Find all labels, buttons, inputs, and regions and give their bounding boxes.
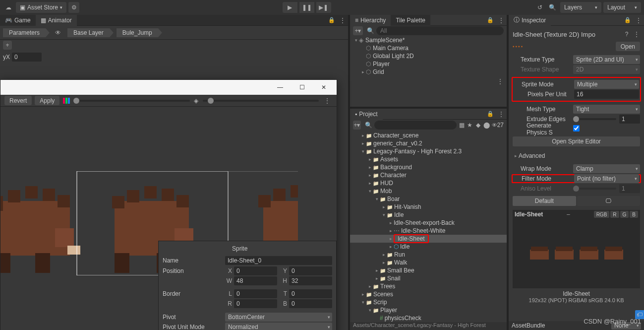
minimize-button[interactable]: — — [269, 80, 291, 94]
border-b-input[interactable] — [289, 299, 332, 308]
lock-icon[interactable]: 🔒 — [326, 15, 337, 26]
pivot-mode-dropdown[interactable]: Normalized — [225, 323, 332, 330]
hierarchy-item[interactable]: ▾◈SampleScene* — [350, 36, 507, 44]
g-tab[interactable]: G — [620, 211, 629, 218]
hidden-count[interactable]: 👁27 — [492, 120, 504, 131]
pause-button[interactable]: ❚❚ — [299, 2, 314, 13]
project-item[interactable]: ▸generic_char_v0.2 — [350, 139, 507, 147]
r-tab[interactable]: R — [610, 211, 619, 218]
open-button[interactable]: Open — [616, 42, 640, 51]
panel-menu-icon[interactable]: ⋮ — [633, 15, 644, 26]
border-r-input[interactable] — [234, 299, 277, 308]
breadcrumb-base-layer[interactable]: Base Layer — [67, 28, 110, 37]
project-item[interactable]: ▾Idle — [350, 211, 507, 219]
pos-y-input[interactable] — [289, 266, 332, 275]
project-item[interactable]: ▾Scrip — [350, 298, 507, 306]
lock-icon[interactable]: 🔒 — [485, 15, 496, 26]
undo-history-icon[interactable]: ↺ — [534, 2, 545, 13]
tab-inspector[interactable]: ⓘInspector — [509, 15, 551, 26]
extrude-slider[interactable] — [573, 118, 616, 120]
platform-standalone-tab[interactable]: 🖵 — [577, 196, 641, 206]
panel-menu-icon[interactable]: ⋮ — [322, 95, 333, 106]
preview-handle-icon[interactable]: ─ — [567, 212, 570, 217]
add-parameter-button[interactable]: + — [3, 41, 12, 50]
project-item[interactable]: ▸Assets — [350, 155, 507, 163]
gen-phys-checkbox[interactable] — [573, 125, 580, 132]
mesh-type-dropdown[interactable]: Tight — [573, 105, 640, 114]
panel-menu-icon[interactable]: ⋮ — [496, 15, 507, 26]
project-item[interactable]: ▾Legacy-Fantasy - High Forest 2.3 — [350, 147, 507, 155]
extrude-input[interactable] — [619, 115, 640, 124]
project-item[interactable]: #physicsCheck — [350, 314, 507, 322]
save-search-icon[interactable]: ◆ — [475, 120, 481, 131]
ppu-input[interactable] — [574, 90, 639, 99]
alpha-slider[interactable] — [73, 100, 189, 102]
hierarchy-row-menu-icon[interactable]: ⋮ — [497, 76, 504, 87]
project-item[interactable]: ▸Scenes — [350, 290, 507, 298]
project-item[interactable]: ▸Character — [350, 171, 507, 179]
project-item[interactable]: ▸⋯Idle-Sheet-White — [350, 227, 507, 235]
tab-hierarchy[interactable]: ≡Hierarchy — [350, 15, 391, 26]
project-item[interactable]: ▸Snail — [350, 274, 507, 282]
lock-icon[interactable]: 🔒 — [622, 15, 633, 26]
platform-default-tab[interactable]: Default — [513, 196, 576, 206]
layout-dropdown[interactable]: Layout▾ — [603, 2, 641, 13]
zoom-slider[interactable] — [203, 100, 319, 102]
search-by-type-icon[interactable]: ▦ — [459, 120, 465, 131]
project-item[interactable]: ▸Walk — [350, 259, 507, 266]
project-item[interactable]: ▸HUD — [350, 179, 507, 187]
project-item[interactable]: ▸Idle-Sheet-export-Back — [350, 219, 507, 227]
rgb-icon[interactable] — [62, 95, 70, 106]
maximize-button[interactable]: ☐ — [291, 80, 313, 94]
wrap-dropdown[interactable]: Clamp — [573, 164, 640, 173]
tab-tile-palette[interactable]: Tile Palette — [391, 15, 430, 26]
settings-icon[interactable]: ⚙ — [68, 2, 79, 13]
breadcrumb-parameters[interactable]: Parameters — [3, 28, 46, 37]
focus-icon[interactable]: ◈ — [193, 95, 200, 106]
help-icon[interactable]: ? — [623, 29, 630, 40]
param-y-input[interactable] — [12, 53, 42, 62]
project-item[interactable]: ▸Trees — [350, 282, 507, 290]
hierarchy-search-input[interactable] — [376, 26, 504, 35]
panel-menu-icon[interactable]: ⋮ — [337, 15, 348, 26]
pos-h-input[interactable] — [289, 276, 332, 285]
project-item[interactable]: ▸Hit-Vanish — [350, 203, 507, 211]
search-by-label-icon[interactable]: ★ — [467, 120, 473, 131]
tab-game[interactable]: 🎮Game — [0, 15, 36, 26]
open-sprite-editor-button[interactable]: Open Sprite Editor — [513, 136, 640, 146]
project-item[interactable]: ▸Run — [350, 251, 507, 259]
foldout-caret-icon[interactable]: ▸ — [513, 153, 519, 158]
error-icon[interactable]: ⬤ — [483, 120, 490, 131]
texture-type-dropdown[interactable]: Sprite (2D and UI) — [573, 55, 640, 64]
project-item[interactable]: ▸Idle-Sheet — [350, 235, 507, 243]
close-button[interactable]: ✕ — [313, 80, 335, 94]
project-item[interactable]: ▾Boar — [350, 195, 507, 203]
sprite-mode-dropdown[interactable]: Multiple — [574, 80, 639, 89]
filter-dropdown[interactable]: Point (no filter) — [574, 174, 639, 183]
revert-button[interactable]: Revert — [4, 96, 32, 105]
eye-icon[interactable]: 👁 — [53, 27, 63, 38]
create-button[interactable]: +▾ — [353, 121, 361, 130]
panel-menu-icon[interactable]: ⋮ — [496, 109, 507, 120]
lock-icon[interactable]: 🔒 — [485, 109, 496, 120]
pivot-dropdown[interactable]: BottomCenter — [225, 313, 332, 322]
project-item[interactable]: ▸⬡Idle — [350, 243, 507, 251]
hierarchy-item[interactable]: ▸⬡Grid — [350, 68, 507, 76]
hierarchy-item[interactable]: ⬡Player — [350, 60, 507, 68]
layers-dropdown[interactable]: Layers▾ — [560, 2, 601, 13]
border-t-input[interactable] — [289, 289, 332, 298]
project-item[interactable]: ▸Character_scene — [350, 132, 507, 139]
create-button[interactable]: +▾ — [353, 26, 363, 35]
rgb-tab[interactable]: RGB — [594, 211, 610, 218]
project-item[interactable]: ▸Background — [350, 163, 507, 171]
project-item[interactable]: ▾Player — [350, 306, 507, 314]
project-item[interactable]: ▸Small Bee — [350, 266, 507, 274]
advanced-label[interactable]: Advanced — [519, 152, 545, 159]
tab-project[interactable]: ▪Project — [350, 109, 383, 120]
pos-w-input[interactable] — [234, 276, 277, 285]
cloud-icon[interactable]: ☁ — [3, 2, 14, 13]
tab-animator[interactable]: ▦Animator — [36, 15, 77, 26]
hierarchy-item[interactable]: ⬡Main Camera — [350, 44, 507, 52]
sprite-name-input[interactable] — [225, 256, 332, 265]
apply-button[interactable]: Apply — [35, 96, 59, 105]
